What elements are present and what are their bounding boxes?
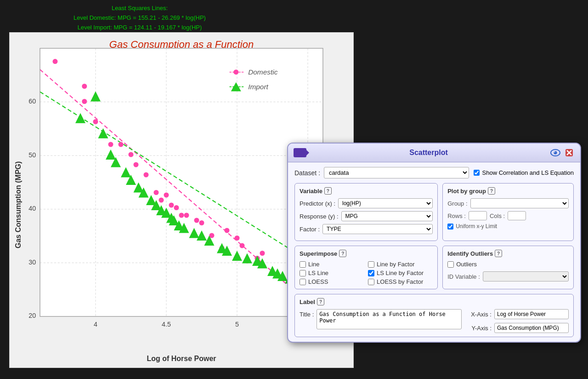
group-select[interactable] (470, 198, 569, 208)
x-axis-input[interactable] (494, 309, 569, 319)
cols-label: Cols : (490, 212, 505, 219)
identify-help[interactable]: ? (495, 250, 502, 257)
dialog-body: Dataset : cardata Show Correlation and L… (288, 162, 580, 342)
id-variable-select[interactable] (483, 271, 569, 281)
svg-point-31 (164, 193, 169, 198)
svg-point-42 (240, 243, 245, 248)
plotbygroup-help[interactable]: ? (488, 187, 495, 195)
predictor-select[interactable]: log(HP) (338, 198, 433, 208)
line-by-factor-checkbox[interactable] (368, 261, 374, 268)
close-icon[interactable] (564, 147, 575, 158)
ls-line1: Level Domestic: MPG = 155.21 - 26.269 * … (74, 13, 206, 23)
loess-by-factor-label: LOESS by Factor (377, 278, 423, 285)
svg-point-30 (159, 198, 164, 203)
response-label: Response (y) : (300, 213, 339, 220)
title-section: Title : Gas Consumption as a Function of… (300, 309, 462, 333)
rows-input[interactable] (469, 211, 487, 220)
outliers-section: Outliers ID Variable : (447, 261, 569, 281)
group-row: Group : (447, 198, 569, 208)
variable-plotbygroup-row: Variable ? Predictor (x) : log(HP) Respo… (294, 183, 574, 241)
label-help[interactable]: ? (317, 298, 324, 305)
x-axis-row: X-Axis : (466, 309, 569, 319)
response-select[interactable]: MPG (341, 211, 433, 221)
superimpose-options: Line Line by Factor LS Line LS Line by F… (300, 261, 433, 285)
ls-line-by-factor-check-item: LS Line by Factor (368, 270, 433, 276)
line-label: Line (308, 261, 320, 268)
svg-text:4.5: 4.5 (162, 321, 171, 328)
svg-text:20: 20 (28, 312, 36, 319)
svg-point-24 (108, 142, 113, 147)
dataset-row: Dataset : cardata Show Correlation and L… (294, 167, 574, 178)
identify-title: Identify Outliers ? (447, 250, 569, 257)
svg-point-86 (554, 152, 555, 153)
svg-point-34 (179, 213, 184, 218)
ls-line-label: LS Line (308, 270, 328, 276)
superimpose-identify-row: Superimpose ? Line Line by Factor LS Lin… (294, 246, 574, 289)
scatterplot-dialog: Scatterplot Dataset : cardata (287, 143, 581, 343)
svg-point-33 (174, 205, 179, 210)
superimpose-panel: Superimpose ? Line Line by Factor LS Lin… (294, 246, 438, 289)
loess-check-item: LOESS (300, 278, 364, 285)
line-checkbox[interactable] (300, 261, 306, 268)
title-textarea[interactable]: Gas Consumption as a Function of Horse P… (317, 309, 462, 329)
superimpose-title: Superimpose ? (300, 250, 433, 257)
svg-point-22 (82, 84, 87, 89)
y-axis-field-label: Y-Axis : (466, 325, 492, 332)
cols-input[interactable] (508, 211, 526, 220)
id-variable-label: ID Variable : (447, 273, 480, 280)
svg-point-40 (225, 228, 230, 233)
superimpose-help[interactable]: ? (339, 250, 346, 257)
uniform-xy-row: Uniform x-y Limit (447, 223, 569, 230)
dialog-title: Scatterplot (310, 149, 547, 157)
outliers-checkbox[interactable] (447, 261, 454, 268)
plotbygroup-panel: Plot by group ? Group : Rows : Cols : (442, 183, 574, 241)
x-axis-field-label: X-Axis : (466, 311, 492, 318)
uniform-xy-checkbox[interactable] (447, 224, 453, 230)
loess-by-factor-check-item: LOESS by Factor (368, 278, 433, 285)
line-check-item: Line (300, 261, 364, 268)
svg-point-36 (194, 218, 199, 223)
svg-text:30: 30 (28, 258, 36, 266)
svg-point-45 (260, 251, 265, 256)
line-by-factor-label: Line by Factor (377, 261, 414, 268)
dialog-header: Scatterplot (288, 144, 580, 162)
eye-icon[interactable] (550, 147, 561, 158)
svg-point-41 (235, 235, 240, 241)
loess-checkbox[interactable] (300, 279, 306, 285)
label-panel: Label ? Title : Gas Consumption as a Fun… (294, 294, 574, 337)
show-corr-checkbox[interactable] (474, 170, 480, 176)
dataset-select[interactable]: cardata (324, 167, 469, 178)
factor-select[interactable]: TYPE (322, 224, 433, 234)
id-variable-row: ID Variable : (447, 271, 569, 281)
x-axis-label: Log of Horse Power (10, 355, 353, 363)
loess-by-factor-checkbox[interactable] (368, 279, 374, 285)
title-label: Title : (300, 309, 314, 318)
title-row: Title : Gas Consumption as a Function of… (300, 309, 462, 329)
svg-text:Domestic: Domestic (248, 68, 277, 76)
y-axis-row: Y-Axis : (466, 323, 569, 333)
plotbygroup-title: Plot by group ? (447, 187, 569, 195)
ls-line-by-factor-checkbox[interactable] (368, 270, 374, 276)
svg-text:40: 40 (28, 205, 36, 212)
ls-line-by-factor-label: LS Line by Factor (377, 270, 424, 276)
factor-row: Factor : TYPE (300, 224, 433, 234)
svg-text:5: 5 (235, 321, 239, 328)
svg-point-85 (554, 151, 557, 155)
y-axis-input[interactable] (494, 323, 569, 333)
dataset-label: Dataset : (294, 169, 320, 177)
label-inner: Title : Gas Consumption as a Function of… (300, 309, 569, 333)
svg-text:60: 60 (28, 98, 36, 105)
variable-help[interactable]: ? (324, 187, 332, 195)
svg-text:Import: Import (248, 83, 268, 91)
loess-label: LOESS (308, 278, 328, 285)
response-row: Response (y) : MPG (300, 211, 433, 221)
outliers-label: Outliers (456, 261, 477, 268)
axes-section: X-Axis : Y-Axis : (466, 309, 569, 333)
show-corr-row: Show Correlation and LS Equation (474, 169, 574, 176)
predictor-row: Predictor (x) : log(HP) (300, 198, 433, 208)
svg-point-35 (184, 213, 189, 218)
camera-icon[interactable] (294, 148, 306, 157)
svg-point-26 (129, 152, 134, 157)
ls-line-checkbox[interactable] (300, 270, 306, 276)
outliers-check-item: Outliers (447, 261, 569, 268)
